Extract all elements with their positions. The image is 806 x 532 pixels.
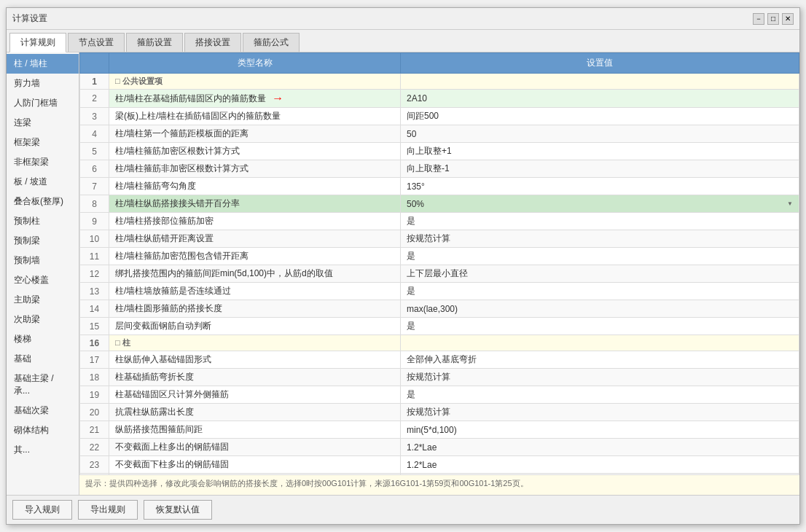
row-name: 层间变截面钢筋自动判断: [109, 318, 401, 335]
table-row: 18 柱基础插筋弯折长度 按规范计算: [80, 369, 799, 386]
import-rules-button[interactable]: 导入规则: [12, 500, 72, 520]
row-num: 16: [80, 335, 109, 351]
row-name: 柱/墙柱纵筋错开距离设置: [109, 230, 401, 248]
sidebar-item-precast-wall[interactable]: 预制墙: [7, 251, 79, 270]
main-window: 计算设置 － □ ✕ 计算规则 节点设置 箍筋设置 搭接设置 箍筋公式 柱 / …: [6, 7, 800, 525]
tab-lap-settings[interactable]: 搭接设置: [184, 33, 241, 52]
row-value: 间距500: [401, 108, 799, 125]
row-num: 12: [80, 265, 109, 283]
row-name: 柱/墙柱墙放箍筋是否连续通过: [109, 283, 401, 300]
sidebar-item-non-frame-beam[interactable]: 非框架梁: [7, 152, 79, 172]
tab-stirrup-formula[interactable]: 箍筋公式: [243, 33, 300, 52]
sidebar-item-masonry[interactable]: 砌体结构: [7, 420, 79, 440]
row-name: 柱/墙柱第一个箍筋距模板面的距离: [109, 125, 401, 143]
sidebar-item-foundation-main[interactable]: 基础主梁 / 承...: [7, 369, 79, 401]
row-value: [401, 74, 799, 90]
row-value: 是: [401, 283, 799, 300]
row-value: 是: [401, 213, 799, 230]
row-num: 9: [80, 213, 109, 230]
sidebar-item-precast-beam[interactable]: 预制梁: [7, 231, 79, 251]
row-num: 3: [80, 108, 109, 125]
row-value: 2A10: [401, 90, 799, 108]
table-row: 1 □ 公共设置项: [80, 74, 799, 90]
sidebar-item-primary-rib[interactable]: 主助梁: [7, 290, 79, 310]
table-row[interactable]: 2 柱/墙柱在基础插筋锚固区内的箍筋数量 → 2A10: [80, 90, 799, 108]
row-num: 17: [80, 351, 109, 369]
table-row: 23 不变截面下柱多出的钢筋锚固 1.2*Lae: [80, 456, 799, 474]
row-num: 10: [80, 230, 109, 248]
row-name: 柱/墙柱箍筋非加密区根数计算方式: [109, 160, 401, 178]
table-row: 7 柱/墙柱箍筋弯勾角度 135°: [80, 178, 799, 195]
row-name: 柱/墙柱箍筋加密范围包含错开距离: [109, 248, 401, 265]
row-value: 是: [401, 248, 799, 265]
row-value: 是: [401, 318, 799, 335]
row-value-dropdown[interactable]: 50% ▼: [401, 195, 799, 213]
row-value: 向上取整-1: [401, 160, 799, 178]
row-value: 135°: [401, 178, 799, 195]
close-button[interactable]: ✕: [782, 13, 794, 25]
sidebar-item-civil-defense[interactable]: 人防门框墙: [7, 93, 79, 113]
row-num: 19: [80, 386, 109, 404]
row-num: 18: [80, 369, 109, 386]
sidebar: 柱 / 墙柱 剪力墙 人防门框墙 连梁 框架梁 非框架梁 板 / 坡道 叠合板(…: [7, 52, 79, 495]
tab-calc-rules[interactable]: 计算规则: [9, 33, 66, 52]
table-container[interactable]: 类型名称 设置值 1 □ 公共设置项 2: [79, 52, 799, 474]
row-value: 1.2*Lae: [401, 456, 799, 474]
table-row: 10 柱/墙柱纵筋错开距离设置 按规范计算: [80, 230, 799, 248]
row-num: 8: [80, 195, 109, 213]
sidebar-item-slab[interactable]: 板 / 坡道: [7, 172, 79, 192]
row-num: 2: [80, 90, 109, 108]
table-row: 4 柱/墙柱第一个箍筋距模板面的距离 50: [80, 125, 799, 143]
row-name: 柱/墙柱搭接部位箍筋加密: [109, 213, 401, 230]
row-num: 11: [80, 248, 109, 265]
row-value: [401, 335, 799, 351]
maximize-button[interactable]: □: [767, 13, 779, 25]
sidebar-item-shear-wall[interactable]: 剪力墙: [7, 74, 79, 93]
table-row: 12 绑扎搭接范围内的箍筋间距min(5d,100)中，从筋d的取值 上下层最小…: [80, 265, 799, 283]
sidebar-item-frame-beam[interactable]: 框架梁: [7, 133, 79, 152]
sidebar-item-column[interactable]: 柱 / 墙柱: [7, 54, 79, 74]
sidebar-item-foundation-secondary[interactable]: 基础次梁: [7, 401, 79, 420]
row-value: 上下层最小直径: [401, 265, 799, 283]
row-num: 1: [80, 74, 109, 90]
row-name: 柱/墙柱在基础插筋锚固区内的箍筋数量 →: [109, 90, 401, 108]
sidebar-item-secondary-rib[interactable]: 次助梁: [7, 310, 79, 329]
table-row: 13 柱/墙柱墙放箍筋是否连续通过 是: [80, 283, 799, 300]
tab-stirrup-settings[interactable]: 箍筋设置: [126, 33, 183, 52]
row-name: 不变截面下柱多出的钢筋锚固: [109, 456, 401, 474]
bottom-bar: 导入规则 导出规则 恢复默认值: [7, 495, 799, 524]
table-row: 3 梁(板)上柱/墙柱在插筋锚固区内的箍筋数量 间距500: [80, 108, 799, 125]
export-rules-button[interactable]: 导出规则: [78, 500, 138, 520]
sidebar-item-stairs[interactable]: 楼梯: [7, 329, 79, 349]
table-row[interactable]: 8 柱/墙柱纵筋搭接接头错开百分率 50% ▼: [80, 195, 799, 213]
minimize-button[interactable]: －: [753, 13, 764, 25]
col-type-name: 类型名称: [109, 53, 401, 74]
sidebar-item-coupling-beam[interactable]: 连梁: [7, 113, 79, 133]
sidebar-item-hollow-floor[interactable]: 空心楼盖: [7, 270, 79, 290]
table-row: 15 层间变截面钢筋自动判断 是: [80, 318, 799, 335]
row-value: max(lae,300): [401, 300, 799, 318]
row-name: 柱/墙柱箍筋加密区根数计算方式: [109, 143, 401, 160]
sidebar-item-other[interactable]: 其...: [7, 440, 79, 460]
row-name: 柱/墙柱箍筋弯勾角度: [109, 178, 401, 195]
table-row: 11 柱/墙柱箍筋加密范围包含错开距离 是: [80, 248, 799, 265]
table-row: 5 柱/墙柱箍筋加密区根数计算方式 向上取整+1: [80, 143, 799, 160]
col-num: [80, 53, 109, 74]
row-name: 梁(板)上柱/墙柱在插筋锚固区内的箍筋数量: [109, 108, 401, 125]
row-name: 不变截面上柱多出的钢筋锚固: [109, 439, 401, 456]
row-num: 5: [80, 143, 109, 160]
table-row: 19 柱基础锚固区只计算外侧箍筋 是: [80, 386, 799, 404]
window-controls: － □ ✕: [753, 13, 794, 25]
row-value: min(5*d,100): [401, 421, 799, 439]
restore-defaults-button[interactable]: 恢复默认值: [144, 500, 212, 520]
window-title: 计算设置: [12, 12, 47, 25]
sidebar-item-foundation[interactable]: 基础: [7, 349, 79, 369]
sidebar-item-composite-slab[interactable]: 叠合板(整厚): [7, 192, 79, 211]
tab-node-settings[interactable]: 节点设置: [68, 33, 125, 52]
row-num: 4: [80, 125, 109, 143]
col-value: 设置值: [401, 53, 799, 74]
row-name: 纵筋搭接范围箍筋间距: [109, 421, 401, 439]
row-num: 23: [80, 456, 109, 474]
sidebar-item-precast-col[interactable]: 预制柱: [7, 211, 79, 231]
row-value: 按规范计算: [401, 230, 799, 248]
